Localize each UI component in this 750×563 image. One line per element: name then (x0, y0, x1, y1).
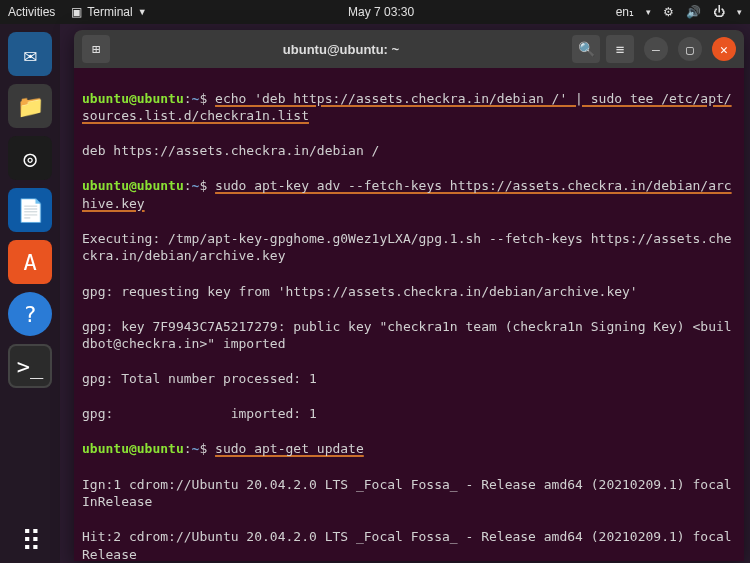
dock-ubuntu-software[interactable]: A (8, 240, 52, 284)
power-icon[interactable]: ⏻ (713, 5, 725, 19)
menu-icon: ≡ (616, 41, 624, 57)
command-3: sudo apt-get update (215, 441, 364, 456)
input-source-indicator[interactable]: en₁ (616, 5, 634, 19)
titlebar[interactable]: ⊞ ubuntu@ubuntu: ~ 🔍 ≡ — ▢ ✕ (74, 30, 744, 68)
gnome-topbar: Activities ▣ Terminal ▼ May 7 03:30 en₁ … (0, 0, 750, 24)
prompt-user: ubuntu@ubuntu (82, 441, 184, 456)
new-tab-button[interactable]: ⊞ (82, 35, 110, 63)
output-line: gpg: imported: 1 (82, 405, 736, 423)
terminal-window: ⊞ ubuntu@ubuntu: ~ 🔍 ≡ — ▢ ✕ ubuntu@ubun… (74, 30, 744, 561)
search-button[interactable]: 🔍 (572, 35, 600, 63)
dock-rhythmbox[interactable]: ◎ (8, 136, 52, 180)
close-button[interactable]: ✕ (712, 37, 736, 61)
network-icon[interactable]: ⚙ (663, 5, 674, 19)
volume-icon[interactable]: 🔊 (686, 5, 701, 19)
dock-libreoffice-writer[interactable]: 📄 (8, 188, 52, 232)
prompt-sep: : (184, 441, 192, 456)
output-line: Ign:1 cdrom://Ubuntu 20.04.2.0 LTS _Foca… (82, 476, 736, 511)
clock[interactable]: May 7 03:30 (147, 5, 616, 19)
dock-show-applications[interactable]: ⠿ (8, 519, 52, 563)
output-line: gpg: requesting key from 'https://assets… (82, 283, 736, 301)
output-line: Hit:2 cdrom://Ubuntu 20.04.2.0 LTS _Foca… (82, 528, 736, 561)
prompt-sep: : (184, 91, 192, 106)
terminal-content[interactable]: ubuntu@ubuntu:~$ echo 'deb https://asset… (74, 68, 744, 561)
prompt-sep: : (184, 178, 192, 193)
output-line: gpg: key 7F9943C7A5217279: public key "c… (82, 318, 736, 353)
prompt-user: ubuntu@ubuntu (82, 178, 184, 193)
window-title: ubuntu@ubuntu: ~ (116, 42, 566, 57)
app-name: Terminal (87, 5, 132, 19)
prompt-sigil: $ (199, 178, 207, 193)
activities-button[interactable]: Activities (8, 5, 55, 19)
maximize-button[interactable]: ▢ (678, 37, 702, 61)
chevron-down-icon: ▾ (737, 7, 742, 17)
search-icon: 🔍 (578, 41, 595, 57)
dock-files[interactable]: 📁 (8, 84, 52, 128)
close-icon: ✕ (720, 42, 728, 57)
chevron-down-icon: ▾ (646, 7, 651, 17)
dock-terminal[interactable]: >_ (8, 344, 52, 388)
prompt-sigil: $ (199, 441, 207, 456)
output-line: deb https://assets.checkra.in/debian / (82, 142, 736, 160)
prompt-sigil: $ (199, 91, 207, 106)
output-line: gpg: Total number processed: 1 (82, 370, 736, 388)
dock-thunderbird[interactable]: ✉ (8, 32, 52, 76)
dock: ✉ 📁 ◎ 📄 A ? >_ ⠿ (0, 24, 60, 563)
dock-help[interactable]: ? (8, 292, 52, 336)
terminal-icon: ▣ (71, 5, 82, 19)
output-line: Executing: /tmp/apt-key-gpghome.g0Wez1yL… (82, 230, 736, 265)
chevron-down-icon: ▼ (138, 7, 147, 17)
hamburger-menu-button[interactable]: ≡ (606, 35, 634, 63)
minimize-button[interactable]: — (644, 37, 668, 61)
prompt-user: ubuntu@ubuntu (82, 91, 184, 106)
app-menu[interactable]: ▣ Terminal ▼ (71, 5, 146, 19)
